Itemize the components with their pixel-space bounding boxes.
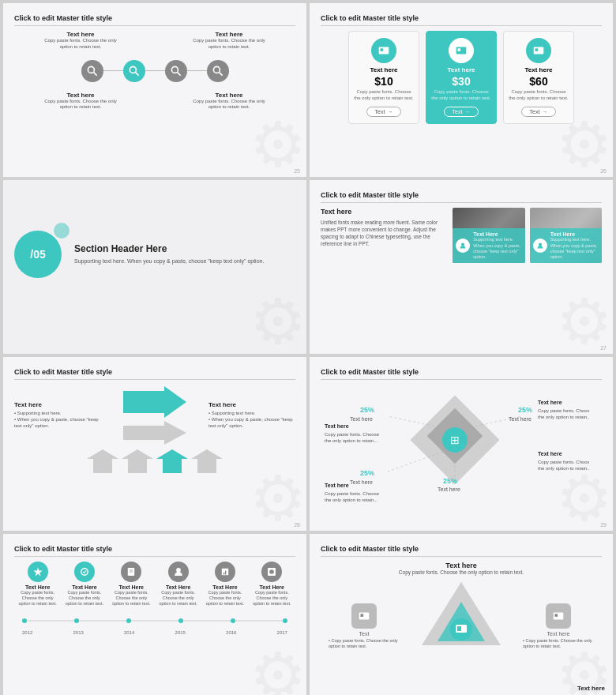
svg-text:the only option to retain...: the only option to retain... [538,415,589,419]
svg-text:Text here: Text here [325,483,349,488]
slide-6-num: 29 [600,522,607,528]
timeline-item-4-title: Text Here [166,584,190,590]
slide-8-top-sub: Copy paste fonts. Choose the only option… [321,569,602,575]
svg-rect-9 [381,48,384,51]
svg-text:25%: 25% [443,477,457,485]
triangle-center [418,578,505,649]
timeline-item-3-title: Text Here [119,584,144,590]
svg-text:Text here: Text here [538,451,562,456]
timeline-line [22,613,287,629]
card-2-icon [449,38,474,63]
item-2-label: Text here [216,31,243,38]
svg-text:Text here: Text here [438,486,460,492]
bottom-sub-1: • Copy paste fonts. Choose the only opti… [329,638,400,649]
slide-5-left: Text here • Supporting text here.• When … [14,401,101,429]
slide-5: ⚙ Click to edit Master title style Text … [3,357,306,531]
slide-1-bottom-row: Text here Copy paste fonts. Choose the o… [14,92,295,111]
slide-1-content: Text here Copy paste fonts. Choose the o… [14,31,295,111]
year-2017: 2017 [277,630,287,635]
timeline-item-5: Text Here Copy paste fonts. Choose the o… [203,562,246,607]
slide-2-num: 26 [600,168,607,174]
dot-4 [178,618,183,623]
svg-point-48 [176,568,181,573]
year-2016: 2016 [226,630,236,635]
slide-5-title: Click to edit Master title style [14,368,295,380]
connector-1 [103,70,123,71]
card-3-desc: Copy paste fonts. Choose the only option… [509,89,569,102]
svg-rect-13 [535,48,539,51]
image-2-text: Text Here Supporting text here. When you… [550,231,599,260]
section-number: /05 [14,231,62,278]
svg-point-6 [213,66,220,73]
svg-text:Copy paste fonts. Choose: Copy paste fonts. Choose [538,408,589,413]
slide-4-title: Click to edit Master title style [321,191,602,203]
section-header-content: /05 Section Header Here Supporting text … [14,191,295,317]
item-4-icon [168,562,189,582]
timeline-item-4-sub: Copy paste fonts. Choose the only option… [156,590,200,607]
bottom-sub-2: • Copy paste fonts. Choose the only opti… [523,638,594,649]
svg-text:Text here: Text here [350,416,373,422]
svg-text:25%: 25% [360,469,374,477]
svg-text:Copy paste fonts. Choose: Copy paste fonts. Choose [325,432,380,437]
slide-7-title: Click to edit Master title style [14,545,295,557]
base-arrow-teal [156,449,188,473]
dot-1 [22,618,27,623]
pricing-card-2-featured: Text here $30 Copy paste fonts. Choose t… [426,31,497,124]
image-1-icon [456,239,470,253]
year-2015: 2015 [175,630,186,635]
slide-6-content: ⊞ 25% Text here 25% Text here 25% Text h… [321,385,602,519]
svg-rect-62 [555,614,558,617]
slide-1-item-1: Text here Copy paste fonts. Choose the o… [41,31,120,51]
svg-text:⊞: ⊞ [450,434,460,446]
bottom-icon-2 [546,603,571,629]
dot-3 [126,618,131,623]
timeline-dots [22,618,287,623]
svg-point-4 [171,66,178,73]
slide-3: ⚙ /05 Section Header Here Supporting tex… [3,180,306,354]
timeline-item-1-sub: Copy paste fonts. Choose the only option… [16,590,59,607]
item-2-sub: Copy paste fonts. Choose the only option… [190,38,269,51]
image-2-overlay: Text Here Supporting text here. When you… [530,228,602,263]
slide-2-title: Click to edit Master title style [321,14,602,26]
connector-3 [187,70,207,71]
slide-2: ⚙ Click to edit Master title style Text … [310,3,613,177]
timeline-item-1-title: Text Here [25,584,50,590]
year-2013: 2013 [73,630,84,635]
slide-5-left-text: • Supporting text here.• When you copy &… [14,411,101,429]
timeline-item-6-title: Text Here [260,584,284,590]
slide-4-content: Text here Unified fonts make reading mor… [321,208,602,263]
card-1-desc: Copy paste fonts. Choose the only option… [354,89,414,102]
item-5-icon [215,562,235,582]
pyramid-svg [418,578,505,649]
pricing-cards: Text here $10 Copy paste fonts. Choose t… [321,31,602,124]
svg-point-2 [130,66,136,73]
item-1-sub: Copy paste fonts. Choose the only option… [41,38,120,51]
arrow-gray [123,421,186,445]
card-1-price: $10 [374,75,393,88]
card-2-button[interactable]: Text → [444,107,479,117]
svg-text:Copy paste fonts. Choose: Copy paste fonts. Choose [325,491,380,496]
svg-text:the only option to retain...: the only option to retain... [325,438,378,443]
timeline-item-2: Text Here Copy paste fonts. Choose the o… [62,562,106,607]
slide-1-top-row: Text here Copy paste fonts. Choose the o… [14,31,295,51]
card-3-button[interactable]: Text → [521,107,557,117]
timeline-top-items: Text Here Copy paste fonts. Choose the o… [14,562,295,607]
timeline-item-6: Text Here Copy paste fonts. Choose the o… [250,562,294,607]
timeline-item-4: Text Here Copy paste fonts. Choose the o… [156,562,200,607]
item-3-sub: Copy paste fonts. Choose the only option… [41,99,120,111]
main-grid: ⚙ Click to edit Master title style Text … [0,0,616,695]
svg-text:25%: 25% [360,406,374,414]
card-1-button[interactable]: Text → [366,107,402,117]
slide-6: ⚙ Click to edit Master title style ⊞ 25%… [310,357,613,531]
slide-6-title: Click to edit Master title style [321,368,602,380]
icon-search-1 [81,60,103,82]
slide-5-right: Text here • Supporting text here.• When … [208,401,295,429]
slide-8-top-title: Text here [321,562,602,569]
slide-5-num: 28 [294,522,300,528]
slide-8: ⚙ Click to edit Master title style Text … [310,534,613,695]
section-text: Section Header Here Supporting text here… [74,243,264,265]
svg-line-5 [177,72,180,75]
diamond-svg: ⊞ 25% Text here 25% Text here 25% Text h… [321,385,589,511]
svg-text:Text here: Text here [325,423,349,429]
image-1-text: Text Here Supporting text here. When you… [473,231,521,260]
